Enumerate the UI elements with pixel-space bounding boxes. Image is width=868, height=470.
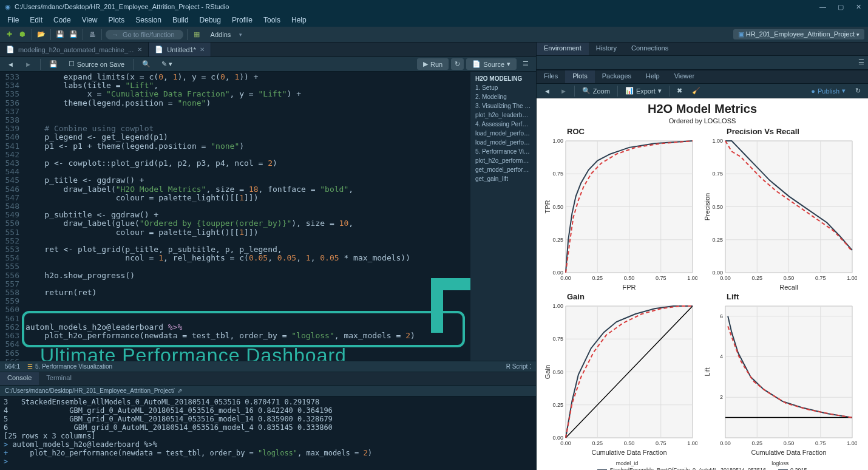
console[interactable]: 3 StackedEnsemble_AllModels_0_AutoML_201… xyxy=(0,397,536,470)
outline-item[interactable]: get_gain_lift xyxy=(472,174,535,183)
outline-item[interactable]: 1. Setup xyxy=(472,83,535,92)
view-tab-files[interactable]: Files xyxy=(537,70,565,83)
svg-text:6: 6 xyxy=(720,313,723,319)
svg-text:0.25: 0.25 xyxy=(751,275,762,281)
clear-plots-icon[interactable]: 🧹 xyxy=(688,86,704,96)
save-icon[interactable]: 💾 xyxy=(55,29,66,40)
refresh-plot-icon[interactable]: ↻ xyxy=(852,86,864,96)
plot-prev-icon[interactable]: ◄ xyxy=(540,86,554,96)
plot-legend: model_id logloss StackedEnsemble_BestOfF… xyxy=(537,457,868,470)
open-file-icon[interactable]: 📂 xyxy=(36,29,47,40)
menu-file[interactable]: File xyxy=(2,15,24,26)
svg-text:4: 4 xyxy=(720,353,723,359)
menu-profile[interactable]: Profile xyxy=(227,15,257,26)
svg-text:0.75: 0.75 xyxy=(712,171,723,177)
menu-view[interactable]: View xyxy=(77,15,103,26)
section-indicator[interactable]: 5. Performance Visualization xyxy=(35,363,112,370)
env-toolbar: ☰ xyxy=(537,56,868,70)
svg-text:Recall: Recall xyxy=(779,284,798,291)
language-mode[interactable]: R Script ⁚ xyxy=(506,363,531,370)
svg-text:0.50: 0.50 xyxy=(784,275,795,281)
svg-text:0.50: 0.50 xyxy=(552,369,563,375)
menu-code[interactable]: Code xyxy=(49,15,76,26)
outline-toggle-icon[interactable]: ☰ xyxy=(519,59,532,69)
editor-tab[interactable]: 📄 modeling_h2o_automated_machine_... ✕ xyxy=(0,43,149,56)
minimize-button[interactable]: — xyxy=(819,3,827,10)
console-tab-console[interactable]: Console xyxy=(0,372,39,385)
wand-icon[interactable]: ✎ ▾ xyxy=(158,59,176,69)
rerun-icon[interactable]: ↻ xyxy=(451,58,464,70)
outline-item[interactable]: plot_h2o_leaderboard xyxy=(472,111,535,120)
svg-text:0.50: 0.50 xyxy=(624,275,635,281)
print-icon[interactable]: 🖶 xyxy=(87,29,98,40)
outline-item[interactable]: 2. Modeling xyxy=(472,92,535,101)
env-tab-environment[interactable]: Environment xyxy=(537,43,589,55)
new-project-icon[interactable]: ⬢ xyxy=(17,29,28,40)
menu-debug[interactable]: Debug xyxy=(195,15,226,26)
rstudio-icon: ◉ xyxy=(5,3,11,11)
dashboard-annotation: Ultimate Performance Dashboard xyxy=(40,351,347,359)
new-file-icon[interactable]: ✚ xyxy=(4,29,15,40)
menu-edit[interactable]: Edit xyxy=(25,15,47,26)
outline-item[interactable]: load_model_performa… xyxy=(472,129,535,138)
svg-text:0.00: 0.00 xyxy=(712,270,723,276)
source-on-save-checkbox[interactable]: ☐ Source on Save xyxy=(65,59,128,69)
menu-plots[interactable]: Plots xyxy=(104,15,130,26)
goto-file-nav[interactable]: Go to file/function xyxy=(106,30,183,39)
menu-build[interactable]: Build xyxy=(168,15,194,26)
plot-subtitle: Ordered by LOGLOSS xyxy=(537,117,868,124)
export-button[interactable]: 📊 Export ▾ xyxy=(622,86,665,96)
view-tab-viewer[interactable]: Viewer xyxy=(667,70,702,83)
outline-item[interactable]: plot_h2o_performance xyxy=(472,156,535,165)
find-icon[interactable]: 🔍 xyxy=(138,59,154,69)
svg-text:0.75: 0.75 xyxy=(656,275,666,281)
menu-help[interactable]: Help xyxy=(287,15,311,26)
view-tab-plots[interactable]: Plots xyxy=(565,70,594,83)
addins-button[interactable]: Addins xyxy=(205,30,237,39)
console-tab-terminal[interactable]: Terminal xyxy=(39,372,79,385)
back-icon[interactable]: ◄ xyxy=(4,60,18,69)
code-editor[interactable]: 533 expand_limits(x = c(0, 1), y = c(0, … xyxy=(0,72,470,361)
project-selector[interactable]: ▣ HR_201_Employee_Attrition_Project ▾ xyxy=(733,29,864,39)
source-button[interactable]: 📄 Source ▾ xyxy=(466,58,517,70)
plot-next-icon[interactable]: ► xyxy=(557,86,571,96)
forward-icon[interactable]: ► xyxy=(21,60,35,69)
chart-gain: Gain0.000.250.500.751.000.000.250.500.75… xyxy=(543,292,702,457)
save-source-icon[interactable]: 💾 xyxy=(46,59,61,69)
editor-tab[interactable]: 📄 Untitled1* ✕ xyxy=(149,43,211,56)
outline-item[interactable]: 5. Performance Visua… xyxy=(472,147,535,156)
maximize-button[interactable]: ▢ xyxy=(838,3,845,10)
view-tab-packages[interactable]: Packages xyxy=(595,70,639,83)
save-all-icon[interactable]: 💾 xyxy=(68,29,79,40)
svg-text:0.00: 0.00 xyxy=(560,440,571,446)
addins-grid-icon[interactable]: ▦ xyxy=(191,29,202,40)
outline-item[interactable]: load_model_performa… xyxy=(472,138,535,147)
zoom-button[interactable]: 🔍 Zoom xyxy=(578,86,614,96)
menu-session[interactable]: Session xyxy=(131,15,166,26)
outline-item[interactable]: get_model_performan… xyxy=(472,165,535,174)
svg-text:1.00: 1.00 xyxy=(847,275,857,281)
svg-text:0.50: 0.50 xyxy=(552,204,563,210)
publish-button[interactable]: ● Publish ▾ xyxy=(807,86,849,96)
editor-tab-bar: 📄 modeling_h2o_automated_machine_... ✕📄 … xyxy=(0,43,536,57)
svg-text:Cumulative Data Fraction: Cumulative Data Fraction xyxy=(591,449,666,456)
env-collapse-icon[interactable]: ☰ xyxy=(858,58,864,66)
run-button[interactable]: ▶ Run xyxy=(417,58,449,70)
remove-plot-icon[interactable]: ✖ xyxy=(673,86,686,96)
svg-text:0.25: 0.25 xyxy=(712,237,723,243)
menu-tools[interactable]: Tools xyxy=(259,15,285,26)
svg-text:0.25: 0.25 xyxy=(552,402,563,408)
env-tab-connections[interactable]: Connections xyxy=(624,43,676,55)
view-tab-help[interactable]: Help xyxy=(639,70,667,83)
console-path: C:/Users/mdanc/Desktop/HR_201_Employee_A… xyxy=(0,386,536,397)
cursor-position: 564:1 xyxy=(5,363,20,370)
outline-item[interactable]: 3. Visualizing The Le… xyxy=(472,101,535,111)
svg-text:Lift: Lift xyxy=(704,367,711,376)
svg-text:0.00: 0.00 xyxy=(560,275,571,281)
titlebar: ◉ C:/Users/mdanc/Desktop/HR_201_Employee… xyxy=(0,0,868,13)
outline-item[interactable]: 4. Assessing Perfor… xyxy=(472,120,535,129)
close-button[interactable]: ✕ xyxy=(856,3,863,10)
svg-text:Cumulative Data Fraction: Cumulative Data Fraction xyxy=(751,449,826,456)
env-tab-history[interactable]: History xyxy=(589,43,624,55)
window-title: C:/Users/mdanc/Desktop/HR_201_Employee_A… xyxy=(15,3,229,10)
